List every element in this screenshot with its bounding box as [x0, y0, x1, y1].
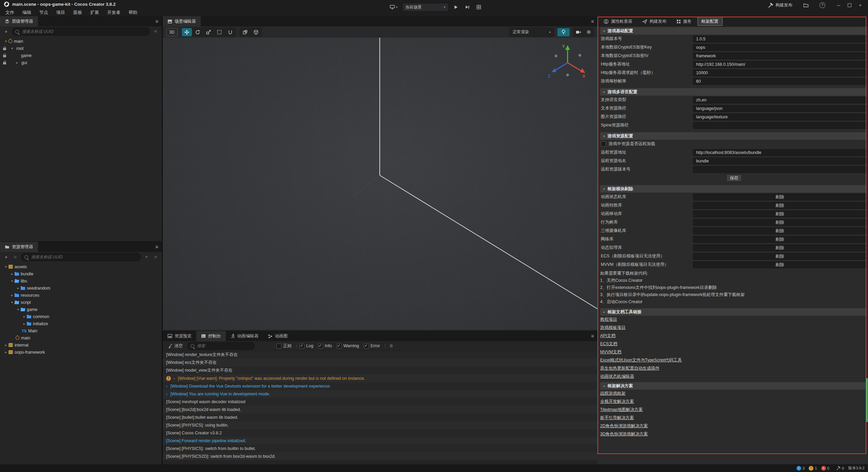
- hierarchy-menu-icon[interactable]: ≡: [155, 19, 158, 24]
- remove-effect-button[interactable]: 剔除: [693, 202, 867, 209]
- chevron-open-icon[interactable]: ▾: [16, 308, 21, 311]
- lighting-toggle-button[interactable]: [557, 28, 570, 36]
- asset-libs[interactable]: ▾libs: [0, 277, 162, 284]
- chevron-closed-icon[interactable]: ▸: [3, 343, 8, 347]
- refresh-assets-button[interactable]: [152, 254, 159, 260]
- link-tactics-framework[interactable]: 战棋游戏框架: [600, 391, 626, 396]
- link-tutorial-project[interactable]: 教程项目: [600, 317, 617, 322]
- chevron-closed-icon[interactable]: ▸: [9, 293, 15, 297]
- asset-resources[interactable]: ▸resources: [0, 292, 162, 299]
- ui-transform-tool-button[interactable]: [225, 28, 235, 36]
- tab-animation-editor[interactable]: 动画编辑器: [226, 331, 263, 341]
- open-project-folder-button[interactable]: [801, 1, 811, 9]
- link-excel-to-json-tool[interactable]: Excel格式转Json文件与TypeScript代码工具: [600, 358, 682, 363]
- tab-services[interactable]: 服务: [672, 17, 696, 26]
- asset-seedrandom[interactable]: ▸seedrandom: [0, 284, 162, 292]
- remove-animator-button[interactable]: 剔除: [693, 194, 867, 200]
- assets-search-input[interactable]: [31, 254, 137, 260]
- link-template-project[interactable]: 游戏模板项目: [600, 325, 626, 330]
- inspector-scrollbar-thumb[interactable]: [866, 378, 868, 422]
- link-guide-solution[interactable]: 新手引导解决方案: [600, 415, 634, 420]
- play-button[interactable]: [451, 3, 460, 11]
- hierarchy-filter-button[interactable]: [152, 28, 159, 35]
- rect-tool-button[interactable]: [214, 28, 224, 36]
- remove-behavior-tree-button[interactable]: 剔除: [693, 219, 867, 226]
- asset-initialize[interactable]: ▸initialize: [0, 320, 162, 327]
- link-animator-editor[interactable]: 动画状态机编辑器: [600, 374, 634, 379]
- text-res-path-input[interactable]: [693, 105, 867, 112]
- tab-hierarchy[interactable]: 层级管理器: [0, 16, 38, 26]
- info-row[interactable]: !›[Window] You are running Vue in develo…: [163, 390, 597, 398]
- link-tiledmap-solution[interactable]: Tiledmap地图解决方案: [600, 407, 643, 412]
- assets-menu-icon[interactable]: ≡: [155, 244, 158, 249]
- save-button[interactable]: 保存: [726, 174, 742, 182]
- link-hotupdate-plugin[interactable]: 原生包热更新配置自动生成插件: [600, 366, 659, 371]
- remote-bundle-input[interactable]: [693, 158, 867, 164]
- chevron-open-icon[interactable]: ▾: [9, 46, 15, 50]
- remove-mvvm-button[interactable]: 剔除: [693, 261, 867, 268]
- asset-bundle[interactable]: ▸bundle: [0, 270, 162, 277]
- link-3d-rpg-solution[interactable]: 3D角色扮演游戏解决方案: [600, 432, 648, 437]
- warning-row[interactable]: !›[Window] [Vue warn]: Property "onInput…: [163, 374, 597, 382]
- tab-asset-preview[interactable]: 资源预览: [163, 331, 196, 341]
- link-mvvm-docs[interactable]: MVVM文档: [600, 350, 622, 355]
- scene-viewport[interactable]: Y X Z: [163, 38, 597, 330]
- filter-warning-checkbox[interactable]: Warning: [337, 343, 359, 349]
- menu-help[interactable]: 帮助: [124, 8, 141, 17]
- hierarchy-search-input[interactable]: [21, 29, 146, 34]
- tab-build-publish[interactable]: 构建发布: [638, 17, 671, 26]
- node-main[interactable]: ▾ main: [0, 38, 162, 45]
- link-fullstack-solution[interactable]: 全栈开发解决方案: [600, 399, 634, 404]
- remote-version-input[interactable]: [693, 166, 867, 173]
- rotate-tool-button[interactable]: [193, 28, 203, 36]
- expand-icon[interactable]: ›: [174, 376, 175, 380]
- chevron-closed-icon[interactable]: ▸: [15, 61, 20, 64]
- section-i18n-config[interactable]: ▾游戏多语言配置: [600, 88, 867, 96]
- pivot-toggle-button[interactable]: [240, 28, 250, 36]
- tab-framework-config[interactable]: 框架配置: [697, 17, 723, 26]
- console-search[interactable]: [188, 342, 255, 350]
- tab-scene-editor[interactable]: 场景编辑器: [163, 16, 201, 26]
- scene-menu-icon[interactable]: ≡: [591, 19, 594, 24]
- remove-camera3d-button[interactable]: 剔除: [693, 228, 867, 234]
- help-button[interactable]: ?: [817, 1, 827, 9]
- expand-icon[interactable]: ›: [166, 384, 167, 388]
- task-count-badge[interactable]: 0: [836, 466, 844, 470]
- tab-animation-graph[interactable]: 动画图: [263, 331, 293, 341]
- console-menu-icon[interactable]: ≡: [591, 333, 594, 338]
- chevron-open-icon[interactable]: ▾: [9, 279, 15, 283]
- filter-log-checkbox[interactable]: Log: [299, 343, 313, 349]
- chevron-open-icon[interactable]: ▾: [3, 39, 8, 43]
- node-gui[interactable]: ▸ gui: [0, 59, 162, 66]
- link-2d-rpg-solution[interactable]: 2D角色扮演游戏解决方案: [600, 424, 648, 429]
- info-count-badge[interactable]: i 3: [796, 466, 805, 471]
- chevron-closed-icon[interactable]: ▸: [22, 322, 27, 326]
- chevron-closed-icon[interactable]: ▸: [3, 350, 8, 354]
- move-tool-button[interactable]: [182, 28, 192, 36]
- remote-url-input[interactable]: [693, 149, 867, 156]
- maximize-button[interactable]: [845, 2, 854, 8]
- menu-panel[interactable]: 面板: [69, 8, 86, 17]
- section-basic-config[interactable]: ▾游戏基础配置: [600, 27, 867, 35]
- menu-developer[interactable]: 开发者: [103, 8, 124, 17]
- http-server-input[interactable]: [693, 61, 867, 68]
- filter-error-checkbox[interactable]: Error: [364, 343, 380, 349]
- scene-camera-button[interactable]: [574, 28, 583, 36]
- chevron-open-icon[interactable]: ▾: [9, 300, 15, 304]
- chevron-closed-icon[interactable]: ▸: [9, 272, 15, 276]
- remove-move-button[interactable]: 剔除: [693, 211, 867, 217]
- info-row[interactable]: !›[Window] Download the Vue Devtools ext…: [163, 382, 597, 390]
- menu-extension[interactable]: 扩展: [86, 8, 103, 17]
- tab-assets[interactable]: 资源管理器: [0, 242, 38, 252]
- node-game[interactable]: game: [0, 52, 162, 59]
- minimize-button[interactable]: ─: [834, 2, 843, 8]
- chevron-closed-icon[interactable]: ▸: [16, 286, 21, 290]
- section-solutions[interactable]: ▾框架解决方案: [600, 382, 867, 390]
- remove-network-button[interactable]: 剔除: [693, 236, 867, 243]
- asset-main-ts[interactable]: TSMain: [0, 327, 162, 334]
- build-publish-button[interactable]: 构建发布: [766, 2, 794, 8]
- asset-common[interactable]: ▸common: [0, 313, 162, 320]
- section-docs-links[interactable]: ▾框架文档工具链接: [600, 308, 867, 316]
- toggle-3d-button[interactable]: 3D: [166, 28, 178, 36]
- clear-console-button[interactable]: 清空: [166, 343, 185, 349]
